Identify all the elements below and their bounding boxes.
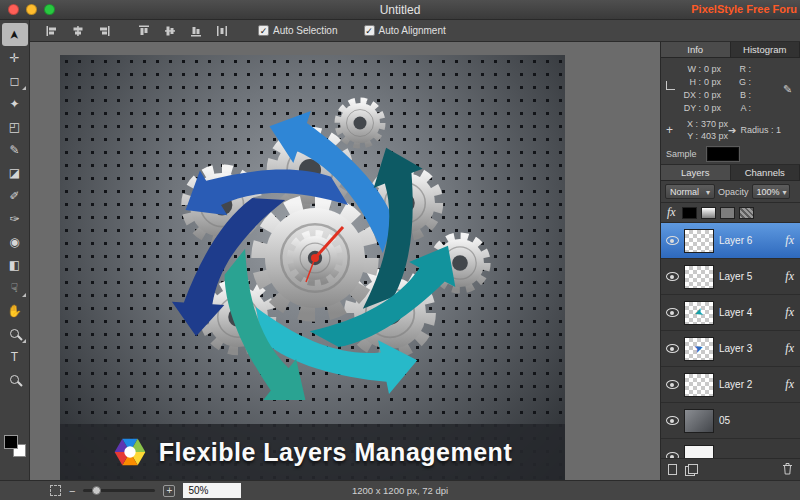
titlebar: Untitled PixelStyle Free Foru: [0, 0, 800, 20]
magnifier-tool[interactable]: [2, 368, 28, 391]
zoom-window-button[interactable]: [44, 4, 55, 15]
layer-row-3[interactable]: Layer 3 fx: [661, 331, 800, 367]
layer-thumbnail[interactable]: [684, 229, 714, 253]
layer-thumbnail[interactable]: [684, 373, 714, 397]
crop-tool[interactable]: ◰: [2, 115, 28, 138]
g-label: G :: [729, 76, 751, 89]
layer-fx-badge[interactable]: fx: [785, 233, 794, 248]
window-controls: [8, 4, 55, 15]
layer-fx-badge[interactable]: fx: [785, 377, 794, 392]
canvas-area[interactable]: Flexible Layers Management: [30, 42, 660, 480]
layer-thumbnail[interactable]: [684, 265, 714, 289]
layer-name[interactable]: Layer 5: [719, 271, 780, 282]
magic-wand-tool[interactable]: ✦: [2, 92, 28, 115]
pointer-tool[interactable]: ➤: [2, 23, 28, 46]
new-layer-button[interactable]: [668, 464, 677, 475]
align-left-button[interactable]: [42, 23, 62, 39]
visibility-eye-icon[interactable]: [666, 308, 679, 317]
visibility-eye-icon[interactable]: [666, 272, 679, 281]
align-bottom-button[interactable]: [186, 23, 206, 39]
layer-name[interactable]: Layer 2: [719, 379, 780, 390]
layer-row-05[interactable]: 05: [661, 403, 800, 439]
dy-label: DY :: [679, 102, 701, 115]
duplicate-layer-button[interactable]: [685, 464, 697, 475]
window-title: Untitled: [380, 3, 421, 17]
minimize-window-button[interactable]: [26, 4, 37, 15]
layer-name[interactable]: Layer 6: [719, 235, 780, 246]
auto-selection-label: Auto Selection: [273, 25, 338, 36]
layer-row-2[interactable]: Layer 2 fx: [661, 367, 800, 403]
align-right-button[interactable]: [94, 23, 114, 39]
layer-thumbnail[interactable]: [684, 409, 714, 433]
text-tool[interactable]: T: [2, 345, 28, 368]
layer-name[interactable]: 05: [719, 415, 795, 426]
layer-fx-badge[interactable]: fx: [785, 305, 794, 320]
eraser-icon: ◪: [9, 166, 20, 180]
chevron-down-icon: [783, 187, 787, 197]
fill-gradient-button[interactable]: [701, 207, 716, 219]
zoom-slider[interactable]: [83, 489, 155, 492]
layer-fx-badge[interactable]: fx: [785, 269, 794, 284]
layer-thumbnail[interactable]: [684, 445, 714, 459]
align-top-button[interactable]: [134, 23, 154, 39]
tab-histogram[interactable]: Histogram: [731, 42, 800, 57]
visibility-eye-icon[interactable]: [666, 236, 679, 245]
layer-thumbnail[interactable]: [684, 337, 714, 361]
checkbox-checked-icon: [364, 25, 375, 36]
distribute-button[interactable]: [212, 23, 232, 39]
hand-tool[interactable]: ✋: [2, 299, 28, 322]
layer-row-6[interactable]: Layer 6 fx: [661, 223, 800, 259]
visibility-eye-icon[interactable]: [666, 416, 679, 425]
smudge-tool[interactable]: ☟: [2, 276, 28, 299]
zoom-slider-thumb[interactable]: [92, 486, 101, 495]
move-tool[interactable]: ✛: [2, 46, 28, 69]
y-value: 403 px: [701, 130, 728, 142]
auto-alignment-checkbox[interactable]: Auto Alignment: [364, 25, 446, 36]
eyedropper-tool[interactable]: ✑: [2, 207, 28, 230]
clone-stamp-tool[interactable]: ◉: [2, 230, 28, 253]
zoom-tool[interactable]: [2, 322, 28, 345]
fill-gray-button[interactable]: [720, 207, 735, 219]
layer-row-4[interactable]: Layer 4 fx: [661, 295, 800, 331]
opacity-value: 100%: [757, 187, 780, 197]
pencil-tool[interactable]: ✎: [2, 138, 28, 161]
zoom-in-button[interactable]: +: [163, 485, 175, 497]
align-middle-v-button[interactable]: [160, 23, 180, 39]
tab-channels[interactable]: Channels: [731, 165, 800, 180]
visibility-eye-icon[interactable]: [666, 380, 679, 389]
auto-selection-checkbox[interactable]: Auto Selection: [258, 25, 338, 36]
image-caption: Flexible Layers Management: [159, 438, 512, 467]
opacity-select[interactable]: 100%: [752, 184, 790, 199]
visibility-eye-icon[interactable]: [666, 344, 679, 353]
color-swatch[interactable]: [3, 434, 27, 458]
fill-black-button[interactable]: [682, 207, 697, 219]
tab-layers[interactable]: Layers: [661, 165, 731, 180]
tool-sidebar: ➤ ✛ ◻ ✦ ◰ ✎ ◪ ✐ ✑ ◉ ◧ ☟ ✋ T: [0, 20, 30, 480]
foreground-color-swatch[interactable]: [4, 435, 18, 449]
sample-color-swatch[interactable]: [707, 147, 739, 161]
pencil-icon: ✎: [9, 143, 19, 157]
tab-info[interactable]: Info: [661, 42, 731, 57]
close-window-button[interactable]: [8, 4, 19, 15]
layer-name[interactable]: Layer 4: [719, 307, 780, 318]
delete-layer-button[interactable]: [782, 462, 793, 477]
layer-thumbnail[interactable]: [684, 301, 714, 325]
gradient-tool[interactable]: ◧: [2, 253, 28, 276]
blend-mode-select[interactable]: Normal: [665, 184, 715, 199]
info-histogram-tabs: Info Histogram: [661, 42, 800, 58]
layer-name[interactable]: Layer 3: [719, 343, 780, 354]
align-center-h-button[interactable]: [68, 23, 88, 39]
zoom-level-field[interactable]: 50%: [183, 483, 241, 498]
fit-to-window-icon[interactable]: [50, 485, 61, 496]
document-image[interactable]: Flexible Layers Management: [60, 55, 565, 480]
visibility-eye-icon[interactable]: [666, 452, 679, 458]
eraser-tool[interactable]: ◪: [2, 161, 28, 184]
promo-banner[interactable]: PixelStyle Free Foru: [691, 3, 797, 15]
layer-fx-badge[interactable]: fx: [785, 341, 794, 356]
fill-pattern-button[interactable]: [739, 207, 754, 219]
marquee-select-tool[interactable]: ◻: [2, 69, 28, 92]
layer-row-5[interactable]: Layer 5 fx: [661, 259, 800, 295]
zoom-out-button[interactable]: −: [69, 485, 75, 497]
layer-row-partial[interactable]: [661, 439, 800, 458]
brush-tool[interactable]: ✐: [2, 184, 28, 207]
